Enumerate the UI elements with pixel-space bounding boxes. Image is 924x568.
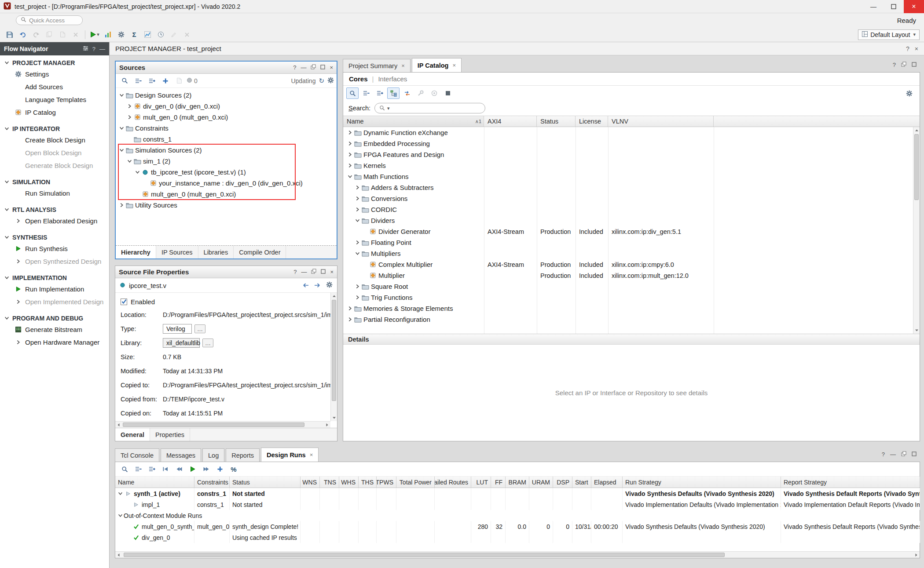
float-icon[interactable] [311, 269, 316, 275]
help-icon[interactable]: ? [893, 62, 896, 68]
design-run-row-div-gen-0[interactable]: div_gen_0Using cached IP results [115, 532, 920, 543]
minimize-icon[interactable]: — [890, 451, 896, 458]
expand-all-button[interactable] [146, 75, 158, 87]
ip-catalog-row-fpga-features-and-design[interactable]: FPGA Features and Design [343, 149, 920, 160]
chevron-right-icon[interactable] [354, 207, 361, 212]
run-button[interactable]: ▾ [88, 29, 101, 40]
ip-catalog-row-math-functions[interactable]: Math Functions [343, 171, 920, 182]
source-tree-item-div-gen-0[interactable]: div_gen_0(div_gen_0.xci) [116, 101, 337, 112]
design-run-row-mult-gen-0-synth-1[interactable]: mult_gen_0_synth_1mult_gen_0synth_design… [115, 521, 920, 532]
scroll-track[interactable] [122, 552, 913, 558]
skip-to-first-button[interactable] [159, 463, 172, 475]
float-icon[interactable] [311, 64, 316, 71]
search-button[interactable] [118, 463, 131, 475]
chevron-right-icon[interactable] [354, 284, 361, 289]
flownav-item-open-hardware-manager[interactable]: Open Hardware Manager [0, 336, 109, 349]
scroll-left-icon[interactable] [115, 422, 122, 428]
close-tab-icon[interactable]: × [401, 62, 405, 69]
gear-icon[interactable] [326, 281, 333, 289]
ip-catalog-row-embedded-processing[interactable]: Embedded Processing [343, 138, 920, 149]
scroll-track[interactable] [122, 422, 324, 428]
chevron-down-icon[interactable] [118, 126, 125, 131]
column-header-uram[interactable]: URAM [529, 477, 553, 488]
collapse-all-button[interactable] [360, 87, 372, 99]
forward-icon[interactable] [314, 282, 321, 289]
properties-button[interactable] [173, 75, 185, 87]
help-icon[interactable]: ? [906, 45, 909, 52]
scroll-thumb[interactable] [914, 134, 919, 200]
chevron-down-icon[interactable] [4, 59, 9, 66]
column-header-total-power[interactable]: Total Power [396, 477, 435, 488]
expand-all-button[interactable] [374, 87, 386, 99]
flownav-section-header-synthesis[interactable]: SYNTHESIS [0, 233, 109, 242]
float-icon[interactable] [901, 62, 906, 68]
chevron-right-icon[interactable] [347, 163, 353, 168]
flownav-item-language-templates[interactable]: Language Templates [0, 93, 109, 106]
chevron-down-icon[interactable] [4, 315, 9, 322]
column-header-bram[interactable]: BRAM [506, 477, 529, 488]
paste-button[interactable] [56, 29, 69, 40]
flownav-item-open-implemented-design[interactable]: Open Implemented Design [0, 295, 109, 308]
ip-catalog-row-multipliers[interactable]: Multipliers [343, 248, 920, 259]
column-header-status[interactable]: Status [537, 116, 576, 127]
scroll-thumb[interactable] [124, 553, 725, 557]
tab-project-summary[interactable]: Project Summary × [343, 59, 411, 72]
create-run-button[interactable] [214, 463, 226, 475]
column-header-start[interactable]: Start [572, 477, 591, 488]
column-header-status[interactable]: Status [230, 477, 301, 488]
flownav-section-header-program-and-debug[interactable]: PROGRAM AND DEBUG [0, 313, 109, 323]
ip-catalog-row-adders-subtracters[interactable]: Adders & Subtracters [343, 182, 920, 193]
edit-button[interactable] [168, 29, 180, 40]
chevron-down-icon[interactable] [347, 174, 353, 179]
message-badge[interactable]: 0 [187, 77, 198, 84]
column-header-ths[interactable]: THS [359, 477, 377, 488]
launch-runs-button[interactable] [187, 463, 199, 475]
chevron-down-icon[interactable] [4, 178, 9, 186]
source-tree-item-simulation-sources[interactable]: Simulation Sources(2) [116, 145, 337, 156]
chevron-down-icon[interactable] [117, 513, 124, 518]
column-header-run-strategy[interactable]: Run Strategy [623, 477, 781, 488]
flownav-item-create-block-design[interactable]: Create Block Design [0, 134, 109, 146]
column-header-constraints[interactable]: Constraints [194, 477, 230, 488]
back-icon[interactable] [302, 282, 309, 289]
sfp-panel-header[interactable]: Source File Properties ? — × [115, 266, 337, 278]
step-back-button[interactable] [173, 463, 185, 475]
target-button[interactable] [428, 87, 440, 99]
flownav-section-header-ip-integrator[interactable]: IP INTEGRATOR [0, 124, 109, 134]
design-run-row-synth-1-active[interactable]: synth_1 (active)constrs_1Not startedViva… [115, 488, 920, 499]
ip-catalog-row-trig-functions[interactable]: Trig Functions [343, 292, 920, 303]
type-dropdown[interactable]: Verilog [163, 324, 192, 334]
maximize-icon[interactable] [321, 269, 326, 275]
collapse-all-button[interactable] [132, 463, 144, 475]
project-summary-button[interactable] [102, 29, 114, 40]
ip-catalog-row-cordic[interactable]: CORDIC [343, 204, 920, 215]
column-header-axi4[interactable]: AXI4 [484, 116, 537, 127]
clock-button[interactable] [154, 29, 167, 40]
stop-button[interactable] [442, 87, 454, 99]
scroll-left-icon[interactable] [115, 552, 122, 558]
column-header-ff[interactable]: FF [491, 477, 506, 488]
close-tab-icon[interactable]: × [310, 451, 313, 458]
ellipsis-button[interactable]: … [202, 339, 213, 347]
chevron-right-icon[interactable] [347, 306, 353, 311]
close-item-button[interactable] [181, 29, 193, 40]
column-header-tpws[interactable]: TPWS [377, 477, 396, 488]
source-tree-item-your-instance-name-div-gen-0[interactable]: your_instance_name : div_gen_0(div_gen_0… [116, 178, 337, 189]
close-icon[interactable]: × [915, 45, 918, 52]
tab-compile-order[interactable]: Compile Order [234, 246, 286, 259]
chevron-down-icon[interactable] [4, 274, 9, 281]
flownav-item-open-synthesized-design[interactable]: Open Synthesized Design [0, 255, 109, 268]
ellipsis-button[interactable]: … [194, 324, 205, 333]
ip-catalog-row-floating-point[interactable]: Floating Point [343, 237, 920, 248]
source-tree-item-constraints[interactable]: Constraints [116, 123, 337, 134]
gear-icon[interactable] [903, 87, 915, 99]
ip-catalog-row-square-root[interactable]: Square Root [343, 281, 920, 292]
step-forward-button[interactable] [200, 463, 213, 475]
subtab-interfaces[interactable]: Interfaces [378, 75, 407, 83]
search-button[interactable] [346, 87, 359, 99]
source-tree-item-sim-1[interactable]: sim_1(2) [116, 156, 337, 167]
design-run-row-impl-1[interactable]: impl_1constrs_1Not startedVivado Impleme… [115, 499, 920, 510]
ip-catalog-row-kernels[interactable]: Kernels [343, 160, 920, 171]
customize-ip-button[interactable] [414, 87, 427, 99]
column-header-tns[interactable]: TNS [320, 477, 339, 488]
